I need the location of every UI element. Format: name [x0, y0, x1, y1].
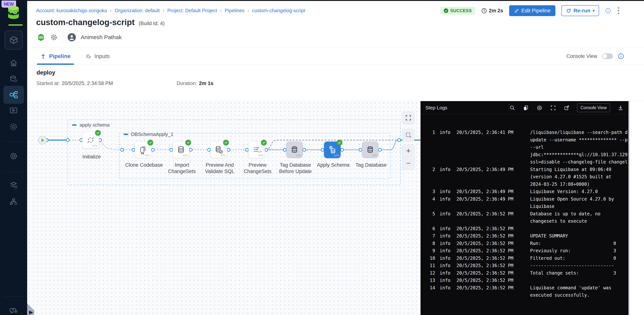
success-badge	[223, 140, 229, 146]
log-scrollbar[interactable]	[628, 101, 630, 315]
step-logs-panel: Step Logs Console View 1info20/5/2025, 2…	[420, 101, 628, 315]
collapse-minus-icon[interactable]	[124, 134, 128, 135]
canvas-select-button[interactable]	[402, 129, 414, 141]
tab-pipeline[interactable]: Pipeline	[37, 48, 74, 64]
log-row: 9info20/5/2025, 2:36:52 PMPreviously run…	[420, 247, 628, 255]
console-view-cluster: Console View	[566, 53, 624, 59]
console-view-toggle[interactable]	[602, 53, 613, 59]
log-row: 7info20/5/2025, 2:36:52 PMUPDATE SUMMARY	[420, 232, 628, 240]
stage-label-apply-schema[interactable]: apply schema	[72, 122, 110, 128]
clone-repo-icon	[138, 145, 148, 155]
duration-label: Duration:	[177, 80, 197, 86]
sidebar-item-default-settings[interactable]	[9, 181, 18, 190]
stage-summary: deploy Started at: 20/5/2025, 2:34:58 PM…	[27, 65, 644, 101]
code-glyph: </>	[258, 154, 263, 157]
log-row: 10info20/5/2025, 2:36:52 PMFiltered out:…	[420, 255, 628, 262]
breadcrumb-pipelines[interactable]: Pipelines	[225, 8, 245, 14]
canvas-navigator-handle[interactable]	[27, 300, 38, 315]
module-switcher[interactable]	[4, 30, 23, 50]
status-badge: SUCCESS	[440, 7, 475, 15]
breadcrumb-current[interactable]: custom-changelog-script	[252, 8, 305, 14]
step-card-tag-database[interactable]: </>	[362, 142, 378, 158]
breadcrumb: Account: kurosakiichigo.songoku› Organiz…	[36, 7, 305, 14]
rerun-icon	[566, 8, 571, 14]
sidebar-item-home[interactable]	[9, 58, 18, 68]
pipeline-settings-gear-icon[interactable]	[50, 34, 58, 41]
info-icon[interactable]	[618, 53, 624, 59]
log-open-external-icon[interactable]	[564, 105, 570, 111]
step-card-apply-schema-selected[interactable]: </>	[324, 142, 340, 158]
log-header-icons: Console View	[509, 104, 624, 112]
pipeline-canvas[interactable]: apply schema DBSchemaApply_1 </> Initial…	[27, 101, 420, 315]
stage-label-dbschemaapply[interactable]: DBSchemaApply_1	[124, 132, 173, 137]
edit-pipeline-button[interactable]: Edit Pipeline	[509, 5, 556, 16]
author-name: Animesh Pathak	[81, 34, 122, 40]
sync-icon	[86, 135, 96, 145]
breadcrumb-project[interactable]: Project: Default Project	[167, 8, 217, 14]
tab-pipeline-label: Pipeline	[49, 53, 70, 59]
log-console-view-button[interactable]: Console View	[577, 104, 610, 112]
breadcrumb-account[interactable]: Account: kurosakiichigo.songoku	[36, 8, 107, 14]
info-icon[interactable]	[605, 8, 611, 14]
log-search-icon[interactable]	[509, 105, 515, 111]
log-row: --url	[420, 144, 628, 151]
step-label: Initialize	[72, 154, 111, 160]
step-card-preview-validate-sql[interactable]: </>	[210, 142, 227, 158]
log-settings-gear-icon[interactable]	[536, 105, 543, 111]
sidebar-item-executions[interactable]	[9, 106, 18, 115]
breadcrumb-separator: ›	[220, 8, 222, 14]
log-body[interactable]: 1info20/5/2025, 2:36:41 PM/liquibase/liq…	[420, 114, 628, 315]
step-card-clone-codebase[interactable]: </>	[135, 142, 151, 158]
rerun-button[interactable]: Re-run ▾	[562, 5, 599, 16]
zoom-out-button[interactable]: −	[402, 157, 414, 169]
pipeline-start-node[interactable]	[38, 136, 47, 144]
header-actions: SUCCESS 2m 2s Edit Pipeline Re-run ▾	[440, 5, 620, 16]
log-row: 11info20/5/2025, 2:36:52 PM-------------…	[420, 262, 628, 270]
canvas-fit-view-button[interactable]	[402, 112, 414, 124]
sidebar: NEW	[0, 0, 27, 315]
zoom-in-button[interactable]: +	[402, 144, 414, 157]
code-glyph: </>	[296, 154, 301, 157]
step-card-initialize[interactable]: </>	[82, 132, 99, 148]
sidebar-item-databases[interactable]	[9, 74, 18, 83]
sidebar-item-settings[interactable]	[9, 152, 18, 160]
stage-times: Started at: 20/5/2025, 2:34:58 PM Durati…	[36, 80, 213, 86]
code-glyph: </>	[334, 154, 339, 157]
sidebar-item-help[interactable]	[9, 306, 18, 315]
step-card-tag-database-before-update[interactable]: </>	[286, 142, 303, 158]
sidebar-item-org-settings[interactable]	[9, 198, 18, 206]
breadcrumb-organization[interactable]: Organization: default	[115, 8, 160, 14]
kebab-menu-icon[interactable]	[617, 6, 620, 15]
tab-inputs[interactable]: Inputs	[83, 48, 112, 64]
gear-icon	[9, 122, 18, 131]
sidebar-divider	[3, 296, 24, 296]
logo-underline	[8, 24, 23, 26]
sidebar-item-pipelines-active[interactable]	[3, 86, 24, 104]
log-copy-icon[interactable]	[523, 105, 529, 111]
success-badge	[95, 130, 101, 136]
tab-bar: Pipeline Inputs Console View	[27, 48, 644, 65]
step-card-import-changesets[interactable]: </>	[173, 142, 189, 158]
step-card-preview-changesets[interactable]: </> </>	[248, 142, 265, 158]
log-download-icon[interactable]	[618, 105, 624, 111]
cube-icon	[9, 36, 18, 45]
database-logo-icon	[6, 4, 22, 21]
collapse-minus-icon[interactable]	[72, 124, 76, 126]
fullscreen-icon	[405, 114, 412, 121]
log-row: 6info20/5/2025, 2:36:52 PM	[420, 225, 628, 232]
inputs-tab-icon	[86, 53, 92, 59]
sidebar-item-environment[interactable]	[9, 122, 18, 131]
sidebar-divider	[3, 172, 24, 172]
database-tag-icon	[365, 145, 375, 155]
step-label: Tag Database Before Update	[276, 162, 315, 174]
step-label: Tag Database	[352, 162, 391, 168]
log-fullscreen-icon[interactable]	[550, 105, 556, 111]
play-icon	[42, 138, 44, 142]
harness-dbops-logo[interactable]	[6, 4, 22, 21]
started-label: Started at:	[36, 80, 60, 86]
help-chat-icon	[9, 306, 18, 315]
rerun-label: Re-run	[574, 8, 590, 14]
pipeline-type-badge-icon	[37, 33, 45, 42]
log-row: 2024-03-25 17:08+0000)	[420, 181, 628, 188]
success-check-icon	[444, 8, 448, 13]
